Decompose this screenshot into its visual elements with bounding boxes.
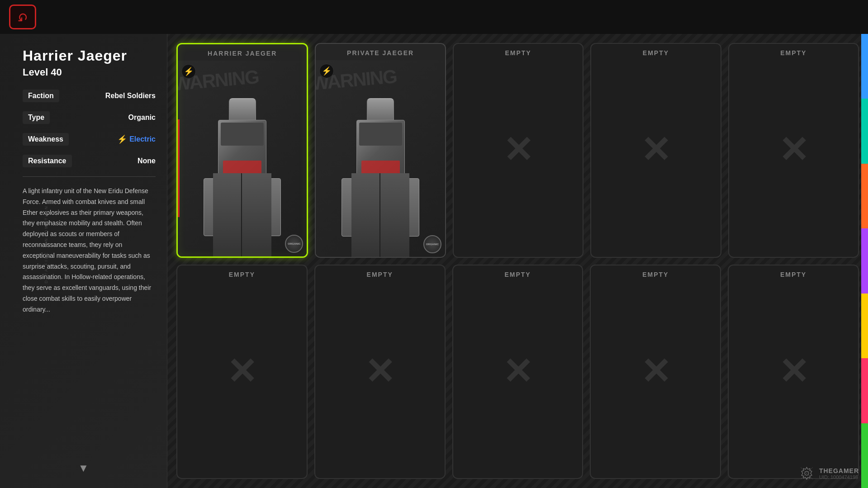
armor-torso [218, 120, 266, 178]
bottom-branding: THEGAMER UID: 1000474195 [799, 465, 859, 481]
character-level: Level 40 [23, 66, 156, 78]
empty-x-4: ✕ [640, 132, 671, 168]
card-label-empty-10: EMPTY [780, 265, 806, 282]
red-accent-harrier [178, 119, 180, 217]
card-empty-10[interactable]: EMPTY ✕ [728, 265, 859, 479]
card-label-empty-6: EMPTY [229, 265, 255, 282]
card-grid-area: Harrier Jaeger WARNING ⚡ [167, 34, 868, 488]
electric-icon: ⚡ [117, 134, 127, 144]
card-image-private: WARNING ⚡ ORGANIC [316, 60, 445, 257]
armor-legs [213, 173, 271, 256]
left-sidebar: Harrier Jaeger Level 40 Faction Rebel So… [0, 34, 167, 488]
card-private-jaeger[interactable]: Private Jaeger WARNING ⚡ [315, 43, 446, 258]
character-art-harrier [178, 90, 307, 256]
empty-x-7: ✕ [365, 354, 395, 390]
top-bar: ↺ [0, 0, 868, 34]
card-label-empty-5: EMPTY [780, 44, 806, 60]
card-empty-4[interactable]: EMPTY ✕ [590, 43, 721, 258]
card-empty-7[interactable]: EMPTY ✕ [314, 265, 446, 479]
card-label-empty-8: EMPTY [504, 265, 531, 282]
resistance-row: Resistance None [23, 155, 156, 171]
card-label-empty-3: EMPTY [505, 44, 531, 60]
weakness-row: Weakness ⚡ Electric [23, 133, 156, 149]
character-figure-harrier [194, 90, 291, 256]
faction-value: Rebel Soldiers [105, 92, 156, 100]
weakness-label: Weakness [23, 133, 69, 146]
empty-x-6: ✕ [227, 354, 257, 390]
card-image-harrier: WARNING ⚡ ORGA [178, 61, 307, 256]
back-button[interactable]: ↺ [9, 5, 36, 29]
faction-label: Faction [23, 90, 59, 102]
organic-badge-private: ORGANIC [423, 235, 441, 253]
empty-x-8: ✕ [503, 354, 533, 390]
card-empty-5[interactable]: EMPTY ✕ [728, 43, 859, 258]
card-label-empty-7: EMPTY [367, 265, 393, 282]
character-name: Harrier Jaeger [23, 47, 156, 64]
weakness-value: ⚡ Electric [117, 134, 156, 144]
electric-badge-harrier: ⚡ [181, 64, 196, 79]
card-empty-9[interactable]: EMPTY ✕ [590, 265, 721, 479]
scroll-down-button[interactable]: ▼ [78, 462, 89, 474]
card-row-2: EMPTY ✕ EMPTY ✕ EMPTY ✕ EMPTY ✕ EMPTY ✕ [176, 265, 859, 479]
card-label-private: Private Jaeger [347, 44, 414, 60]
type-label: Type [23, 111, 50, 124]
character-description: A light infantry unit of the New Eridu D… [23, 186, 156, 315]
card-harrier-jaeger[interactable]: Harrier Jaeger WARNING ⚡ [176, 43, 308, 258]
brand-logo-icon [799, 465, 815, 481]
brand-name: THEGAMER [819, 467, 859, 474]
card-row-1: Harrier Jaeger WARNING ⚡ [176, 43, 859, 258]
type-row: Type Organic [23, 111, 156, 128]
back-arrow-icon: ↺ [18, 9, 28, 24]
brand-uid: UID: 1000474195 [819, 474, 859, 480]
card-label-harrier: Harrier Jaeger [208, 44, 277, 61]
resistance-value: None [138, 157, 156, 165]
divider [23, 176, 156, 177]
resistance-label: Resistance [23, 155, 72, 167]
armor-legs-2 [351, 173, 409, 257]
card-label-empty-4: EMPTY [643, 44, 669, 60]
type-value: Organic [128, 114, 156, 122]
empty-x-5: ✕ [778, 132, 809, 168]
character-figure-private [332, 90, 429, 256]
empty-x-10: ✕ [778, 354, 809, 390]
organic-badge-harrier: ORGANIC [285, 235, 303, 253]
faction-row: Faction Rebel Soldiers [23, 90, 156, 106]
character-art-private [316, 90, 445, 256]
data-file-label: DATA FILE Infomation [44, 205, 48, 283]
card-empty-3[interactable]: EMPTY ✕ [453, 43, 583, 258]
armor-torso-2 [356, 120, 405, 178]
card-empty-8[interactable]: EMPTY ✕ [452, 265, 583, 479]
brand-info: THEGAMER UID: 1000474195 [819, 467, 859, 480]
card-label-empty-9: EMPTY [642, 265, 669, 282]
empty-x-9: ✕ [640, 354, 671, 390]
empty-x-3: ✕ [503, 132, 533, 168]
card-empty-6[interactable]: EMPTY ✕ [176, 265, 308, 479]
armor-head-2 [367, 98, 394, 123]
